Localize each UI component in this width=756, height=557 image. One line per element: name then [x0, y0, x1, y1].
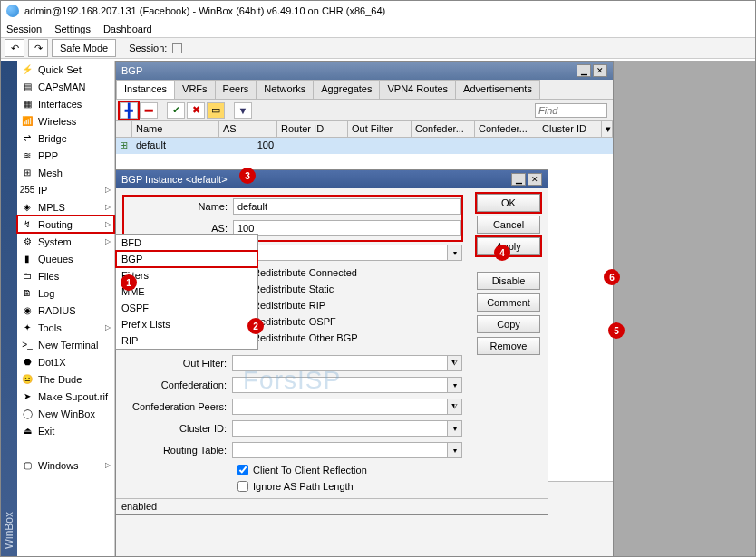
submenu-item-filters[interactable]: Filters [116, 267, 257, 283]
disable-button[interactable]: ✖ [187, 102, 205, 119]
tab-vrfs[interactable]: VRFs [174, 80, 216, 99]
item-label: MPLS [38, 202, 101, 213]
col-header[interactable] [116, 121, 132, 137]
copy-button[interactable]: Copy [477, 315, 540, 333]
tab-peers[interactable]: Peers [215, 80, 257, 99]
col-header[interactable]: Out Filter [348, 121, 412, 137]
sidebar-item-ppp[interactable]: ≋PPP [17, 147, 114, 164]
submenu-item-bgp[interactable]: BGP [116, 251, 257, 267]
submenu-item-prefix-lists[interactable]: Prefix Lists [116, 316, 257, 332]
tab-networks[interactable]: Networks [256, 80, 314, 99]
back-button[interactable]: ↶ [5, 39, 24, 57]
menu-settings[interactable]: Settings [54, 24, 91, 34]
table-row[interactable]: ⊞ default 100 [116, 138, 613, 154]
col-header[interactable]: Confeder... [412, 121, 475, 137]
sidebar-item-tools[interactable]: ✦Tools▷ [17, 319, 114, 336]
minimize-button[interactable]: ▁ [511, 173, 526, 186]
submenu-item-bfd[interactable]: BFD [116, 235, 257, 251]
instance-titlebar[interactable]: BGP Instance <default> ▁ ✕ [116, 170, 548, 188]
col-header[interactable]: AS [219, 121, 277, 137]
confedpeers-dropdown[interactable]: ⧨ [448, 399, 462, 415]
as-input[interactable] [233, 220, 461, 236]
col-header[interactable]: Router ID [277, 121, 348, 137]
sidebar-item-capsman[interactable]: ▤CAPsMAN [17, 78, 114, 95]
tab-vpn4-routes[interactable]: VPN4 Routes [379, 80, 456, 99]
menu-dashboard[interactable]: Dashboard [103, 24, 152, 34]
chevron-right-icon: ▷ [105, 203, 111, 211]
sidebar-item-windows[interactable]: ▢Windows▷ [17, 456, 114, 474]
sidebar-item-mesh[interactable]: ⊞Mesh [17, 164, 114, 181]
sidebar-item-bridge[interactable]: ⇌Bridge [17, 130, 114, 147]
cancel-button[interactable]: Cancel [477, 216, 540, 234]
enable-button[interactable]: ✔ [167, 102, 185, 119]
clusterid-dropdown[interactable]: ▾ [448, 420, 462, 437]
disable-button[interactable]: Disable [477, 272, 540, 290]
menu-session[interactable]: Session [6, 24, 42, 34]
sidebar-item-queues[interactable]: ▮Queues [17, 250, 114, 267]
sidebar-item-dot1x[interactable]: ⬣Dot1X [17, 353, 114, 370]
ok-button[interactable]: OK [477, 194, 540, 212]
confed-input[interactable] [232, 377, 448, 393]
ignoreaspath-checkbox[interactable] [237, 481, 248, 492]
submenu-item-mme[interactable]: MME [116, 283, 257, 300]
sidebar-item-new-terminal[interactable]: >_New Terminal [17, 336, 114, 353]
routingtable-dropdown[interactable]: ▾ [448, 442, 462, 458]
routingtable-input[interactable] [232, 442, 448, 458]
item-icon: ⏏ [21, 425, 34, 437]
sidebar-item-the-dude[interactable]: 😐The Dude [17, 370, 114, 388]
clusterid-input[interactable] [232, 420, 448, 437]
submenu-item-rip[interactable]: RIP [116, 332, 257, 349]
sidebar-item-system[interactable]: ⚙System▷ [17, 233, 114, 250]
safe-mode-button[interactable]: Safe Mode [52, 39, 116, 57]
tab-advertisements[interactable]: Advertisements [455, 80, 540, 99]
close-button[interactable]: ✕ [528, 173, 542, 186]
filter-button[interactable]: ▼ [234, 102, 252, 119]
confed-dropdown[interactable]: ▾ [448, 377, 462, 393]
window-title: admin@192.168.207.131 (Facebook) - WinBo… [24, 5, 385, 16]
find-input[interactable] [535, 103, 607, 118]
submenu-item-ospf[interactable]: OSPF [116, 300, 257, 316]
sidebar-item-interfaces[interactable]: ▦Interfaces [17, 95, 114, 112]
col-header[interactable]: Name [132, 121, 219, 137]
sidebar-item-quick-set[interactable]: ⚡Quick Set [17, 61, 114, 78]
sidebar-item-mpls[interactable]: ◈MPLS▷ [17, 198, 114, 216]
item-label: Windows [38, 460, 101, 471]
sidebar-item-files[interactable]: 🗀Files [17, 267, 114, 284]
routerid-input[interactable] [232, 245, 448, 261]
routerid-dropdown[interactable]: ▾ [448, 245, 462, 261]
forward-button[interactable]: ↷ [28, 39, 48, 57]
remove-button[interactable]: Remove [477, 337, 540, 355]
close-button[interactable]: ✕ [593, 64, 607, 77]
col-header[interactable]: Confeder... [475, 121, 538, 137]
sidebar-item-radius[interactable]: ◉RADIUS [17, 302, 114, 319]
sidebar-item-ip[interactable]: 255IP▷ [17, 181, 114, 198]
item-icon: ▤ [21, 81, 34, 93]
sidebar-item-make-supout.rif[interactable]: ➤Make Supout.rif [17, 388, 114, 405]
bgp-titlebar[interactable]: BGP ▁ ✕ [116, 62, 613, 80]
tab-aggregates[interactable]: Aggregates [313, 80, 380, 99]
item-icon: ✦ [21, 322, 34, 334]
add-button[interactable]: ╋ [120, 102, 138, 119]
sidebar-item-new-winbox[interactable]: ◯New WinBox [17, 405, 114, 422]
tab-instances[interactable]: Instances [116, 80, 175, 99]
item-icon: ⚡ [21, 63, 34, 76]
badge-6: 6 [604, 269, 620, 285]
status-bar: enabled [116, 498, 548, 514]
sidebar-item-routing[interactable]: ↯Routing▷ [17, 216, 114, 233]
outfilter-input[interactable] [232, 355, 448, 371]
col-header[interactable]: Cluster ID [538, 121, 602, 137]
minimize-button[interactable]: ▁ [577, 64, 591, 77]
badge-5: 5 [608, 322, 625, 339]
sidebar-item-exit[interactable]: ⏏Exit [17, 422, 114, 439]
remove-button[interactable]: ━ [140, 102, 158, 119]
sidebar-item-wireless[interactable]: 📶Wireless [17, 112, 114, 130]
c2c-checkbox[interactable] [237, 465, 248, 475]
outfilter-dropdown[interactable]: ⧨ [448, 355, 462, 371]
confedpeers-input[interactable] [232, 399, 448, 415]
instance-title: BGP Instance <default> [121, 174, 228, 185]
sidebar-item-log[interactable]: 🗎Log [17, 284, 114, 302]
name-input[interactable] [233, 198, 461, 215]
comment-button[interactable]: ▭ [207, 102, 225, 119]
col-menu-button[interactable]: ▾ [602, 121, 613, 137]
comment-button[interactable]: Comment [477, 293, 540, 312]
